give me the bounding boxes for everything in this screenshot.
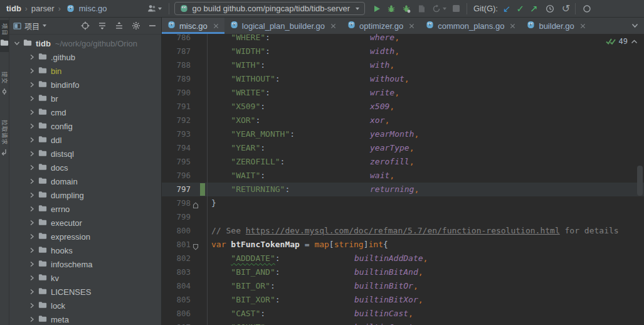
chevron-right-icon[interactable] — [28, 247, 36, 253]
tab-close-icon[interactable] — [213, 23, 219, 29]
expand-all-icon[interactable] — [98, 21, 107, 30]
tree-row-folder[interactable]: cmd — [9, 105, 161, 119]
chevron-right-icon[interactable] — [28, 151, 36, 157]
tab-list-chevron-icon[interactable] — [626, 18, 644, 34]
tree-row-folder[interactable]: infoschema — [9, 257, 161, 271]
tree-row-folder[interactable]: ddl — [9, 133, 161, 147]
string-literal: "YEAR" — [231, 143, 260, 152]
tab-close-icon[interactable] — [510, 23, 515, 29]
breadcrumb-project[interactable]: tidb — [6, 4, 21, 13]
stripe-button-pull-requests[interactable]: 拉取请求 — [0, 117, 9, 161]
editor-tab-logical_plan_builder.go[interactable]: logical_plan_builder.go — [224, 18, 342, 34]
profiler-button[interactable] — [415, 2, 428, 16]
hide-panel-icon[interactable] — [149, 22, 156, 29]
comment-text: for details — [560, 226, 619, 235]
breadcrumb-folder[interactable]: parser — [31, 4, 55, 13]
tab-label: builder.go — [539, 21, 574, 31]
chevron-right-icon[interactable] — [28, 123, 36, 129]
map-value: builtinCount — [354, 322, 413, 325]
chevron-right-icon[interactable] — [28, 233, 36, 240]
history-button[interactable] — [544, 2, 556, 16]
editor-scrollbar[interactable] — [637, 166, 643, 196]
search-everywhere-icon[interactable] — [581, 2, 593, 16]
editor-tab-misc.go[interactable]: misc.go — [162, 18, 224, 34]
comment-link[interactable]: https://dev.mysql.com/doc/refman/5.7/en/… — [246, 226, 560, 235]
chevron-right-icon[interactable] — [28, 95, 36, 102]
map-key: "BIT_AND": — [211, 265, 354, 279]
tab-close-icon[interactable] — [580, 23, 586, 29]
editor-tab-optimizer.go[interactable]: optimizer.go — [342, 18, 420, 34]
chevron-right-icon[interactable] — [28, 109, 36, 115]
tree-row-folder[interactable]: bindinfo — [9, 78, 161, 92]
tree-row-folder[interactable]: kv — [9, 271, 161, 285]
tab-label: optimizer.go — [359, 21, 403, 31]
tree-row-folder[interactable]: LICENSES — [9, 285, 161, 299]
chevron-right-icon[interactable] — [28, 275, 36, 281]
stop-button[interactable] — [451, 2, 462, 16]
run-button[interactable] — [371, 2, 383, 16]
chevron-right-icon[interactable] — [28, 206, 36, 212]
tab-close-icon[interactable] — [409, 23, 414, 29]
tree-row-folder[interactable]: expression — [9, 230, 161, 243]
chevron-right-icon[interactable] — [28, 178, 36, 184]
tree-row-folder[interactable]: .github — [9, 50, 161, 64]
map-value: builtinBitAnd — [354, 267, 418, 277]
git-update-button[interactable]: ↙ — [503, 4, 511, 13]
chevron-right-icon[interactable] — [28, 316, 36, 322]
tree-row-folder[interactable]: errno — [9, 202, 161, 216]
chevron-down-icon[interactable] — [13, 40, 21, 46]
line-number: 806 — [162, 307, 191, 321]
editor-tab-builder.go[interactable]: builder.go — [521, 18, 591, 34]
chevron-up-icon[interactable] — [631, 40, 638, 44]
code-editor[interactable]: 786 "WHERE":where,787 "WIDTH":width,788 … — [162, 34, 644, 325]
settings-gear-icon[interactable] — [132, 21, 140, 30]
comma: , — [418, 267, 423, 277]
run-with-coverage-button[interactable] — [400, 2, 413, 16]
debug-button[interactable] — [385, 2, 398, 16]
tree-row-folder[interactable]: dumpling — [9, 188, 161, 202]
chevron-right-icon[interactable] — [28, 261, 36, 267]
tree-row-folder[interactable]: distsql — [9, 147, 161, 161]
git-push-button[interactable]: ↗ — [530, 4, 538, 13]
rerun-button[interactable] — [430, 2, 448, 16]
tree-row-folder[interactable]: bin — [9, 64, 161, 78]
code-line-content: "RETURNING":returning, — [208, 183, 419, 196]
colon: : — [270, 281, 275, 290]
code-line-content: var btFuncTokenMap = map[string]int{ — [208, 238, 388, 252]
tree-row-folder[interactable]: br — [9, 92, 161, 105]
chevron-right-icon[interactable] — [28, 164, 36, 171]
tree-row-folder[interactable]: meta — [9, 312, 161, 325]
tree-row-folder[interactable]: lock — [9, 299, 161, 312]
collapse-all-icon[interactable] — [115, 21, 124, 30]
tree-row-folder[interactable]: docs — [9, 161, 161, 174]
tree-row-folder[interactable]: domain — [9, 174, 161, 188]
chevron-right-icon[interactable] — [28, 289, 36, 295]
tree-row-folder[interactable]: hooks — [9, 243, 161, 257]
git-commit-button[interactable]: ✓ — [517, 4, 525, 13]
chevron-right-icon[interactable] — [28, 220, 36, 226]
stripe-button-commit[interactable]: 提交 — [0, 68, 9, 100]
project-panel-title[interactable]: 项目 — [24, 21, 40, 31]
editor-tab-common_plans.go[interactable]: common_plans.go — [420, 18, 521, 34]
project-panel: 项目 tidb~/work/go/github/Orion.githubbinb… — [9, 18, 162, 325]
chevron-right-icon[interactable] — [28, 68, 36, 74]
colon: : — [260, 309, 265, 318]
map-key: "YEAR_MONTH": — [211, 127, 370, 141]
chevron-right-icon[interactable] — [28, 137, 36, 143]
breadcrumb-file[interactable]: misc.go — [79, 4, 107, 13]
chevron-right-icon[interactable] — [28, 192, 36, 198]
locate-file-icon[interactable] — [81, 21, 90, 30]
chevron-right-icon[interactable] — [28, 302, 36, 309]
tree-row-root[interactable]: tidb~/work/go/github/Orion — [9, 36, 161, 50]
tab-close-icon[interactable] — [330, 23, 336, 29]
map-value: xor — [370, 115, 384, 125]
tree-row-folder[interactable]: config — [9, 119, 161, 133]
chevron-right-icon[interactable] — [28, 54, 36, 60]
tree-row-folder[interactable]: executor — [9, 216, 161, 230]
chevron-right-icon[interactable] — [28, 82, 36, 88]
inspections-widget[interactable]: 49 — [606, 37, 638, 46]
stripe-button-project[interactable]: 项目 — [0, 20, 9, 52]
code-with-me-button[interactable] — [145, 2, 164, 16]
rollback-button[interactable]: ↺ — [562, 4, 570, 14]
run-configuration-select[interactable]: go build github.com/pingcap/tidb/tidb-se… — [174, 2, 364, 15]
